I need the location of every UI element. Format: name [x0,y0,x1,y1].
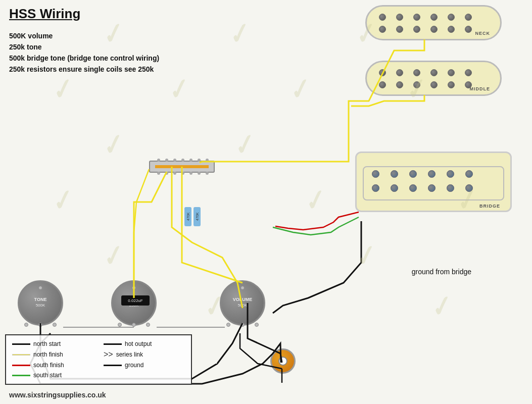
legend-north-start-label: north start [33,340,61,347]
middle-label: MIDDLE [470,86,491,91]
legend-south-finish: south finish [12,361,93,370]
legend-south-start: south start [12,371,93,380]
spec-line4: 250k resistors ensure single coils see 2… [9,64,159,75]
pickup-bridge: BRIDGE [355,152,512,212]
series-link-arrow: >> [104,350,113,359]
pickup-neck: NECK [365,5,502,40]
south-finish-line [12,365,30,366]
bridge-label: BRIDGE [479,204,500,209]
ground-from-bridge-label: ground from bridge [412,268,471,276]
resistor-2: 470K [194,207,201,226]
legend-grid: north start hot output north finish >> s… [12,339,185,380]
pot-tone1-label: TONE [19,297,62,302]
page-title: HSS Wiring [9,6,80,22]
legend-hot-output-label: hot output [125,340,152,347]
legend-hot-output: hot output [104,339,185,348]
pot-volume-value: 500K [221,303,264,308]
ground-line [104,365,122,366]
hot-output-line [104,343,122,345]
legend: north start hot output north finish >> s… [5,334,192,385]
legend-south-start-label: south start [33,372,62,379]
legend-empty [104,371,185,380]
jack-center [278,357,287,366]
website-url: www.sixstringsupplies.co.uk [9,391,106,399]
spec-line3: 500k bridge tone (bridge tone control wi… [9,53,159,64]
pot-volume: VOLUME 500K [220,280,265,326]
legend-north-start: north start [12,339,93,348]
spec-line2: 250k tone [9,41,159,53]
pickup-middle: MIDDLE [365,61,502,96]
switch-bar [155,165,209,168]
legend-series-link: >> series link [104,349,185,360]
pot-tone1: TONE 500K [18,280,63,326]
north-finish-line [12,354,30,356]
output-jack [270,348,296,374]
legend-north-finish-label: north finish [33,351,63,358]
pot-volume-label: VOLUME [221,297,264,302]
main-content: HSS Wiring 500K volume 250k tone 500k br… [0,0,532,404]
legend-south-finish-label: south finish [33,362,64,369]
resistor-1: 470K [184,207,191,226]
south-start-line [12,375,30,376]
pot-tone1-value: 500K [19,303,62,308]
legend-north-finish: north finish [12,349,93,360]
bridge-pickup-inner [363,166,504,200]
five-way-switch [149,161,215,173]
spec-line1: 500K volume [9,30,159,41]
legend-ground: ground [104,361,185,370]
north-start-line [12,343,30,345]
neck-label: NECK [475,31,490,36]
capacitor: 0.022uF [121,295,150,306]
specs-block: 500K volume 250k tone 500k bridge tone (… [9,30,159,75]
legend-series-link-label: series link [116,351,143,358]
legend-ground-label: ground [125,362,143,369]
